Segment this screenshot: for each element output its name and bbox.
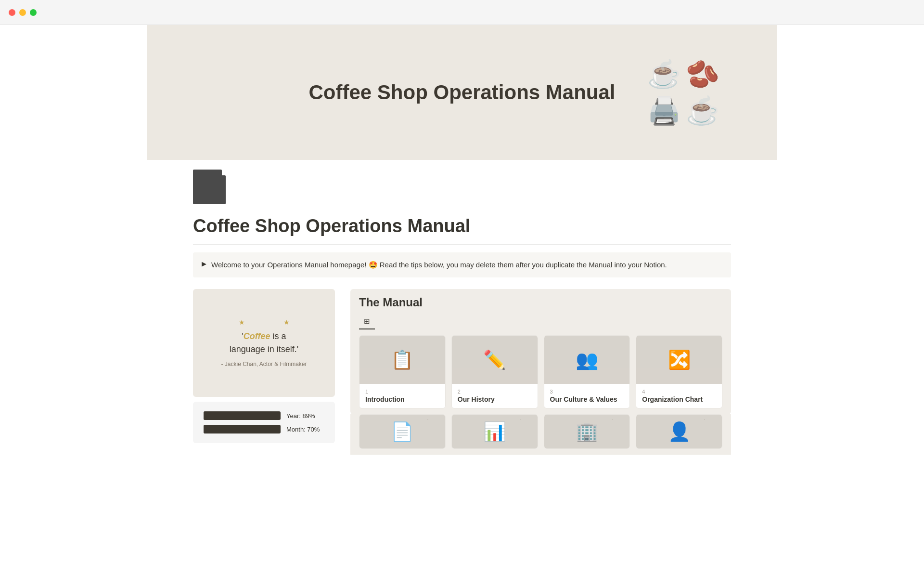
stat-month-row: Month: 70%	[204, 425, 324, 434]
card-1-name: Introduction	[365, 395, 439, 403]
hero-icons: ☕ 🫘 🖨️ ☕	[647, 58, 719, 127]
callout-text: Welcome to your Operations Manual homepa…	[211, 259, 667, 271]
card-introduction[interactable]: 📋 1 Introduction	[359, 335, 446, 408]
stats-card: Year: 89% Month: 70%	[193, 402, 335, 443]
year-stat-label: Year: 89%	[286, 412, 315, 420]
card-our-history-img: ✏️	[452, 336, 538, 384]
card-our-history-body: 2 Our History	[452, 384, 538, 408]
manual-title: The Manual	[359, 296, 722, 309]
card-3-name: Our Culture & Values	[550, 395, 624, 403]
card-row2-1-icon: 📄	[391, 421, 413, 442]
card-row2-3-img: 🏢	[544, 415, 630, 448]
month-stat-label: Month: 70%	[286, 426, 320, 433]
card-org-chart-body: 4 Organization Chart	[636, 384, 722, 408]
manual-section: The Manual ⊞ 📋 1 Introduction	[350, 289, 731, 455]
our-history-icon: ✏️	[483, 349, 506, 370]
card-3-number: 3	[550, 389, 624, 394]
card-row2-2[interactable]: 📊	[451, 414, 538, 449]
quote-attribution: - Jackie Chan, Actor & Filmmaker	[221, 361, 307, 368]
card-culture-values-body: 3 Our Culture & Values	[544, 384, 630, 408]
page-title-area: Coffee Shop Operations Manual	[147, 204, 777, 240]
card-org-chart[interactable]: 🔀 4 Organization Chart	[636, 335, 722, 408]
month-progress-bar	[204, 425, 281, 434]
quote-card: ★ ★ 'Coffee is alanguage in itself.' - J…	[193, 289, 335, 397]
star-left-icon: ★	[239, 318, 245, 326]
card-introduction-img: 📋	[359, 336, 445, 384]
card-row2-2-icon: 📊	[483, 421, 506, 442]
card-4-name: Organization Chart	[642, 395, 716, 403]
manual-header: The Manual ⊞	[350, 289, 731, 329]
page-main-title: Coffee Shop Operations Manual	[193, 216, 731, 236]
fullscreen-button[interactable]	[30, 9, 37, 16]
callout-arrow-icon: ▶	[202, 260, 206, 267]
coffee-cup-icon: ☕	[647, 58, 681, 90]
card-row2-4[interactable]: 👤	[636, 414, 722, 449]
minimize-button[interactable]	[19, 9, 26, 16]
card-2-number: 2	[458, 389, 532, 394]
card-row2-4-icon: 👤	[668, 421, 691, 442]
hero-title: Coffee Shop Operations Manual	[308, 81, 615, 104]
card-row2-1-img: 📄	[359, 415, 445, 448]
page-icon	[193, 170, 222, 204]
card-org-chart-img: 🔀	[636, 336, 722, 384]
year-progress-fill	[204, 411, 272, 420]
card-culture-values[interactable]: 👥 3 Our Culture & Values	[544, 335, 630, 408]
card-1-number: 1	[365, 389, 439, 394]
coffee-to-go-icon: ☕	[686, 95, 719, 127]
quote-stars: ★ ★	[239, 318, 290, 326]
card-our-history[interactable]: ✏️ 2 Our History	[451, 335, 538, 408]
card-introduction-body: 1 Introduction	[359, 384, 445, 408]
card-row2-3[interactable]: 🏢	[544, 414, 630, 449]
callout-block: ▶ Welcome to your Operations Manual home…	[193, 252, 731, 277]
card-row2-1[interactable]: 📄	[359, 414, 446, 449]
stat-year-row: Year: 89%	[204, 411, 324, 420]
introduction-icon: 📋	[391, 349, 413, 370]
page-content: Coffee Shop Operations Manual ☕ 🫘 🖨️ ☕ C…	[147, 25, 777, 493]
year-progress-bar	[204, 411, 281, 420]
card-4-number: 4	[642, 389, 716, 394]
close-button[interactable]	[9, 9, 15, 16]
two-col-layout: ★ ★ 'Coffee is alanguage in itself.' - J…	[193, 289, 731, 455]
card-culture-values-img: 👥	[544, 336, 630, 384]
gallery-grid-row2: 📄 📊 🏢	[350, 414, 731, 455]
manual-view-tabs: ⊞	[359, 314, 722, 329]
month-progress-fill	[204, 425, 257, 434]
card-2-name: Our History	[458, 395, 532, 403]
coffee-bean-icon: 🫘	[686, 58, 719, 90]
culture-values-icon: 👥	[576, 349, 598, 370]
org-chart-icon: 🔀	[668, 349, 691, 370]
quote-text: 'Coffee is alanguage in itself.'	[230, 330, 299, 356]
espresso-machine-icon: 🖨️	[647, 95, 681, 127]
title-divider	[193, 244, 731, 245]
hero-banner: Coffee Shop Operations Manual ☕ 🫘 🖨️ ☕	[147, 25, 777, 160]
star-right-icon: ★	[283, 318, 290, 326]
page-icon-area	[147, 160, 777, 204]
card-row2-4-img: 👤	[636, 415, 722, 448]
card-row2-2-img: 📊	[452, 415, 538, 448]
quote-highlight: Coffee	[244, 331, 270, 341]
gallery-grid-row1: 📋 1 Introduction ✏️ 2 Our History	[350, 329, 731, 414]
titlebar	[0, 0, 924, 25]
gallery-view-tab[interactable]: ⊞	[359, 314, 375, 329]
card-row2-3-icon: 🏢	[576, 421, 598, 442]
left-column: ★ ★ 'Coffee is alanguage in itself.' - J…	[193, 289, 335, 443]
